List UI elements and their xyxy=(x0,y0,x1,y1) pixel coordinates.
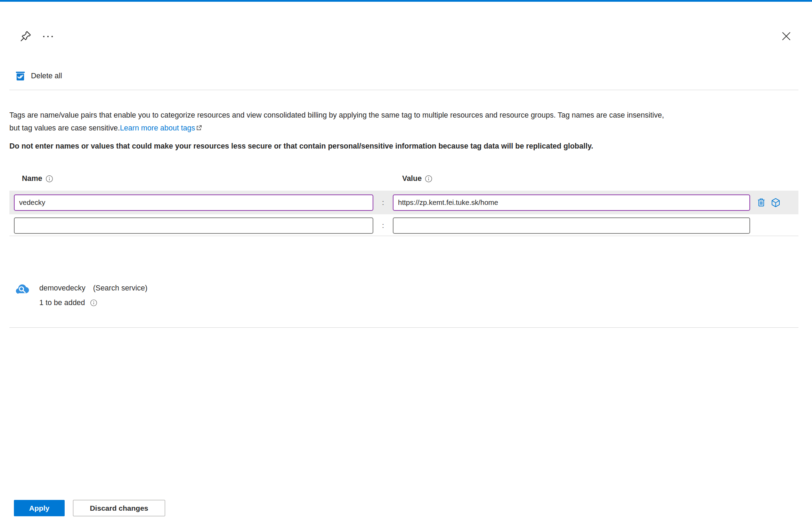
delete-all-button[interactable]: Delete all xyxy=(15,71,62,81)
command-bar-divider xyxy=(9,90,798,90)
ellipsis-icon xyxy=(42,34,54,39)
tag-row-modified: : xyxy=(9,191,798,214)
cube-icon xyxy=(770,197,781,208)
resource-summary: demovedecky (Search service) 1 to be add… xyxy=(15,282,147,307)
colon-separator: : xyxy=(373,221,393,230)
resource-name: demovedecky xyxy=(39,284,86,293)
learn-more-link[interactable]: Learn more about tags xyxy=(120,124,195,132)
external-link-icon xyxy=(196,125,202,131)
close-icon xyxy=(780,30,793,42)
tag-column-headers: Name Value xyxy=(0,174,812,185)
status-info-icon[interactable] xyxy=(90,299,97,306)
value-info-icon[interactable] xyxy=(425,175,432,183)
description-line1: Tags are name/value pairs that enable yo… xyxy=(9,109,805,122)
tag-name-input-1[interactable] xyxy=(14,217,373,234)
delete-all-label: Delete all xyxy=(31,72,62,80)
assign-resource-button[interactable] xyxy=(770,197,781,208)
name-column-header: Name xyxy=(22,174,53,183)
name-header-label: Name xyxy=(22,174,42,183)
apply-button[interactable]: Apply xyxy=(14,500,65,516)
colon-separator: : xyxy=(373,198,393,207)
description-line2: but tag values are case sensitive.Learn … xyxy=(9,122,805,135)
tag-row-empty: : xyxy=(9,214,798,237)
more-commands-button[interactable] xyxy=(42,34,54,39)
search-service-icon xyxy=(15,282,30,296)
resource-status: 1 to be added xyxy=(39,298,85,307)
tags-warning: Do not enter names or values that could … xyxy=(9,142,805,151)
tag-value-input-1[interactable] xyxy=(393,217,750,234)
pushpin-icon xyxy=(19,30,32,42)
tag-rows: : : xyxy=(9,191,798,237)
footer-actions: Apply Discard changes xyxy=(14,500,165,516)
description-line2-text: but tag values are case sensitive. xyxy=(9,124,120,132)
top-accent-bar xyxy=(0,0,812,2)
delete-all-check-icon xyxy=(15,71,26,81)
delete-tag-button[interactable] xyxy=(756,197,766,208)
value-column-header: Value xyxy=(402,174,432,183)
blade-title-fragment: S xyxy=(0,24,0,43)
tag-name-input-0[interactable] xyxy=(14,194,373,211)
tags-description: Tags are name/value pairs that enable yo… xyxy=(9,109,805,135)
resource-type: (Search service) xyxy=(93,284,148,293)
trash-icon xyxy=(756,197,766,208)
name-info-icon[interactable] xyxy=(46,175,53,183)
close-blade-button[interactable] xyxy=(780,30,793,42)
content-divider xyxy=(9,327,798,328)
pin-button[interactable] xyxy=(19,30,32,42)
tag-value-input-0[interactable] xyxy=(393,194,750,211)
discard-changes-button[interactable]: Discard changes xyxy=(73,500,165,516)
rows-divider xyxy=(9,236,798,236)
row-actions xyxy=(756,197,781,208)
value-header-label: Value xyxy=(402,174,422,183)
